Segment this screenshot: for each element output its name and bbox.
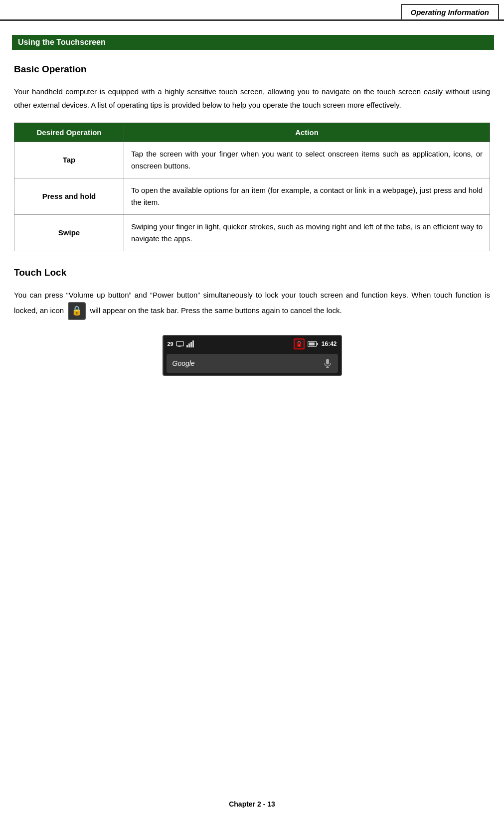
battery-icon <box>308 340 319 347</box>
screenshot-container: 29 <box>14 335 490 376</box>
lock-icon-highlighted <box>294 338 305 349</box>
screen-icon <box>176 341 184 347</box>
statusbar-right: 16:42 <box>294 338 337 349</box>
svg-point-8 <box>299 344 300 345</box>
page-footer: Chapter 2 - 13 <box>0 800 504 808</box>
operation-press-hold: Press and hold <box>14 178 124 215</box>
statusbar-left: 29 <box>168 340 194 347</box>
svg-rect-4 <box>188 343 190 347</box>
svg-rect-5 <box>190 342 192 347</box>
operations-table: Desired Operation Action Tap Tap the scr… <box>14 123 490 251</box>
col-desired-operation: Desired Operation <box>14 123 124 142</box>
device-screenshot: 29 <box>163 335 342 376</box>
table-row: Tap Tap the screen with your finger when… <box>14 142 490 178</box>
touch-lock-line2: will appear on the task bar. Press the s… <box>90 306 341 315</box>
basic-operation-title: Basic Operation <box>14 64 490 75</box>
operation-tap: Tap <box>14 142 124 178</box>
col-action: Action <box>124 123 490 142</box>
svg-rect-3 <box>186 345 188 347</box>
notification-num: 29 <box>168 341 173 347</box>
signal-icon <box>186 340 194 347</box>
search-bar: Google <box>167 354 338 373</box>
section-heading: Using the Touchscreen <box>10 35 494 50</box>
page-header: Operating Information <box>0 0 504 20</box>
content-area: Basic Operation Your handheld computer i… <box>0 64 504 376</box>
svg-rect-6 <box>192 340 194 347</box>
svg-rect-11 <box>317 343 318 345</box>
google-label: Google <box>172 359 195 367</box>
touch-lock-title: Touch Lock <box>14 267 490 278</box>
action-swipe: Swiping your finger in light, quicker st… <box>124 215 490 251</box>
operation-swipe: Swipe <box>14 215 124 251</box>
touch-lock-text: You can press “Volume up button” and “Po… <box>14 288 490 320</box>
mic-icon <box>323 358 332 369</box>
svg-rect-0 <box>176 341 183 346</box>
svg-rect-12 <box>326 359 329 364</box>
table-row: Swipe Swiping your finger in light, quic… <box>14 215 490 251</box>
svg-rect-10 <box>309 342 315 345</box>
table-row: Press and hold To open the available opt… <box>14 178 490 215</box>
action-tap: Tap the screen with your finger when you… <box>124 142 490 178</box>
status-bar: 29 <box>164 336 341 352</box>
chapter-label: Chapter 2 - 13 <box>229 800 275 808</box>
basic-operation-text: Your handheld computer is equipped with … <box>14 85 490 112</box>
lock-icon-inline <box>68 302 86 320</box>
operating-information-tag: Operating Information <box>401 4 500 19</box>
action-press-hold: To open the available options for an ite… <box>124 178 490 215</box>
status-time: 16:42 <box>322 340 337 347</box>
